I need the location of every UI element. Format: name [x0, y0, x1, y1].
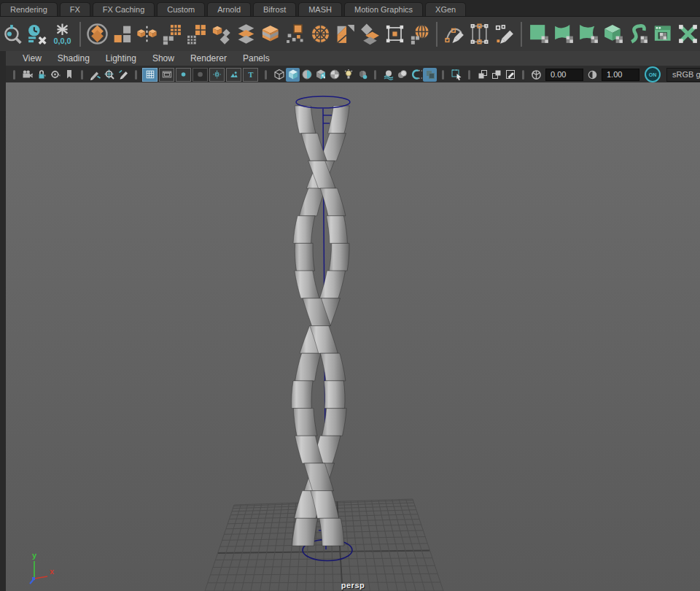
image-plane-icon[interactable]: [226, 68, 241, 82]
anti-alias-icon[interactable]: [409, 68, 423, 82]
toolbar-grip: [265, 70, 267, 80]
panel-menu-show[interactable]: Show: [144, 53, 182, 63]
mash-replicate-icon[interactable]: [184, 21, 209, 47]
lighting-icon[interactable]: [341, 68, 355, 82]
scene-canvas[interactable]: y x: [6, 82, 700, 591]
mash-grid-icon[interactable]: [160, 21, 184, 47]
panel-menu-bar: ViewShadingLightingShowRendererPanels: [6, 51, 700, 66]
panel-menu-lighting[interactable]: Lighting: [98, 53, 144, 63]
colorspace-dropdown[interactable]: sRGB gamma▼: [666, 68, 700, 82]
color-management-toggle[interactable]: ON: [645, 66, 661, 82]
tab-fx-caching[interactable]: FX Caching: [93, 2, 155, 16]
exposure-field[interactable]: [545, 69, 583, 81]
textured-icon[interactable]: [314, 68, 327, 82]
toolbar-grip: [81, 70, 83, 80]
tab-bifrost[interactable]: Bifrost: [253, 2, 296, 16]
curve-pen-icon[interactable]: [442, 21, 467, 47]
xgen-wrench-icon[interactable]: [675, 21, 700, 47]
xray-icon[interactable]: [503, 68, 517, 82]
ao-icon[interactable]: [381, 68, 395, 82]
mash-waiter-icon[interactable]: [85, 21, 110, 47]
select-highlight-icon[interactable]: [449, 68, 463, 82]
ssao-icon[interactable]: [423, 68, 437, 82]
svg-text:0,0,0: 0,0,0: [54, 36, 71, 45]
contrast-icon[interactable]: [586, 68, 599, 82]
axis-gizmo: y x: [30, 551, 55, 584]
xgen-groom-icon[interactable]: [551, 21, 576, 47]
xgen-window-icon[interactable]: [650, 21, 675, 47]
grease-pencil-icon[interactable]: [116, 68, 130, 82]
mash-flatten-icon[interactable]: [234, 21, 259, 47]
edit-curve-icon[interactable]: [491, 21, 516, 47]
toolbar-grip: [442, 70, 444, 80]
panel-menu-panels[interactable]: Panels: [235, 53, 278, 63]
mash-distribute-icon[interactable]: [110, 21, 135, 47]
mash-cube-icon[interactable]: [259, 21, 284, 47]
grid-toggle-icon[interactable]: [142, 68, 158, 82]
zoom-region-icon[interactable]: [102, 68, 116, 82]
gamma-field[interactable]: [602, 69, 639, 81]
default-material-icon[interactable]: [327, 68, 341, 82]
xgen-hair-icon[interactable]: [626, 21, 650, 47]
paint-effects-icon[interactable]: [88, 68, 102, 82]
mash-explode-icon[interactable]: [284, 21, 308, 47]
xgen-groom-alt-icon[interactable]: [576, 21, 601, 47]
shelf-separator: [436, 22, 438, 47]
mash-random-icon[interactable]: [333, 21, 358, 47]
camera-attributes-icon[interactable]: [48, 68, 62, 82]
mash-dynamics-icon[interactable]: [308, 21, 333, 47]
time-editor-icon[interactable]: [26, 21, 50, 47]
hud-icon[interactable]: T: [243, 68, 258, 82]
helix-strand-front[interactable]: [293, 106, 347, 546]
panel-menu-shading[interactable]: Shading: [50, 53, 98, 63]
shaded-icon[interactable]: [286, 68, 300, 82]
tab-mash[interactable]: MASH: [298, 2, 342, 16]
film-gate-icon[interactable]: [159, 68, 174, 82]
gate-mask-icon[interactable]: [192, 68, 208, 82]
isolate-select-icon[interactable]: [475, 68, 489, 82]
bookmark-icon[interactable]: [62, 68, 76, 82]
colorspace-value: sRGB gamma: [667, 70, 700, 79]
camera-lock-icon[interactable]: [34, 68, 48, 82]
axis-y-label: y: [32, 551, 37, 560]
camera-icon[interactable]: [20, 68, 34, 82]
tab-xgen[interactable]: XGen: [425, 2, 466, 16]
xgen-cube-icon[interactable]: [601, 21, 626, 47]
tab-custom[interactable]: Custom: [157, 2, 205, 16]
svg-text:T: T: [248, 71, 253, 79]
tab-rendering[interactable]: Rendering: [0, 2, 58, 16]
xgen-patch-icon[interactable]: [526, 21, 551, 47]
toolbar-grip: [13, 70, 15, 80]
shelf-separator: [79, 22, 81, 47]
tab-motion-graphics[interactable]: Motion Graphics: [344, 2, 423, 16]
mash-world-icon[interactable]: [408, 21, 432, 47]
mash-transform-icon[interactable]: [383, 21, 408, 47]
panel-menu-renderer[interactable]: Renderer: [182, 53, 235, 63]
shelf-separator: [521, 22, 522, 47]
exposure-icon[interactable]: [529, 68, 543, 82]
lattice-icon[interactable]: [467, 21, 491, 47]
mash-id-icon[interactable]: [209, 21, 234, 47]
viewport-toolbar: TONsRGB gamma▼: [6, 66, 700, 82]
tab-arnold[interactable]: Arnold: [207, 2, 251, 16]
shelf-tab-bar: RenderingFXFX CachingCustomArnoldBifrost…: [0, 0, 700, 17]
isolate-view-icon[interactable]: [489, 68, 503, 82]
zero-transforms-icon[interactable]: 0,0,0: [50, 21, 75, 47]
shaded-textured-icon[interactable]: [300, 68, 314, 82]
top-circle-curve: [296, 96, 350, 108]
mash-stack-icon[interactable]: [358, 21, 383, 47]
wireframe-icon[interactable]: [272, 68, 286, 82]
viewport-3d[interactable]: y x persp: [6, 82, 700, 591]
panel-menu-view[interactable]: View: [15, 53, 50, 63]
resolution-gate-icon[interactable]: [176, 68, 191, 82]
toolbar-grip: [374, 70, 376, 80]
viewport-panel: ViewShadingLightingShowRendererPanels TO…: [0, 51, 700, 591]
toolbar-grip: [135, 70, 137, 80]
mash-mirror-icon[interactable]: [135, 21, 160, 47]
tab-fx[interactable]: FX: [60, 2, 90, 16]
interactive-playback-icon[interactable]: [1, 21, 26, 47]
shadows-icon[interactable]: [355, 68, 369, 82]
toolbar-grip: [522, 70, 524, 80]
field-chart-icon[interactable]: [209, 68, 225, 82]
motion-blur-icon[interactable]: [395, 68, 409, 82]
